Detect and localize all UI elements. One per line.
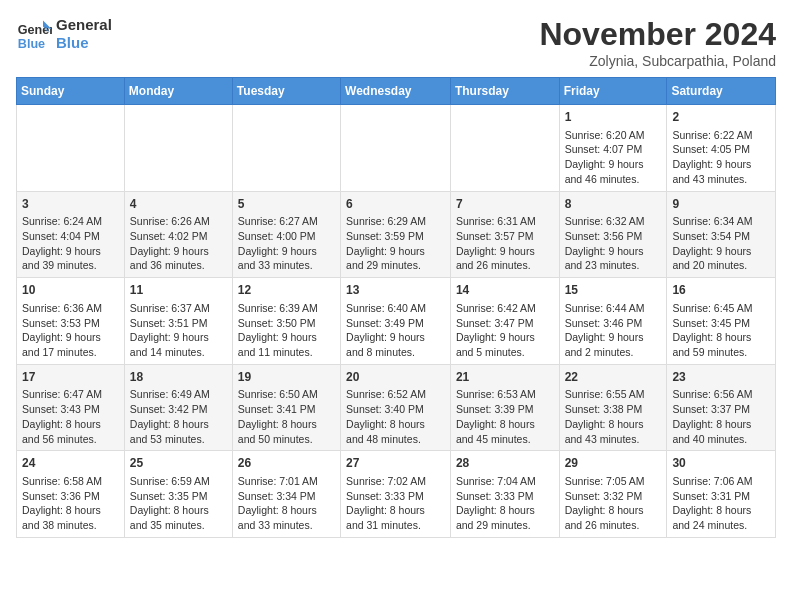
calendar-cell xyxy=(450,105,559,192)
calendar-header-row: SundayMondayTuesdayWednesdayThursdayFrid… xyxy=(17,78,776,105)
day-info: Sunrise: 7:05 AM Sunset: 3:32 PM Dayligh… xyxy=(565,474,662,533)
day-number: 8 xyxy=(565,196,662,213)
day-info: Sunrise: 6:52 AM Sunset: 3:40 PM Dayligh… xyxy=(346,387,445,446)
calendar-cell: 29Sunrise: 7:05 AM Sunset: 3:32 PM Dayli… xyxy=(559,451,667,538)
day-info: Sunrise: 7:02 AM Sunset: 3:33 PM Dayligh… xyxy=(346,474,445,533)
day-number: 16 xyxy=(672,282,770,299)
day-info: Sunrise: 7:01 AM Sunset: 3:34 PM Dayligh… xyxy=(238,474,335,533)
calendar-week-4: 17Sunrise: 6:47 AM Sunset: 3:43 PM Dayli… xyxy=(17,364,776,451)
day-number: 28 xyxy=(456,455,554,472)
day-info: Sunrise: 6:22 AM Sunset: 4:05 PM Dayligh… xyxy=(672,128,770,187)
calendar-cell: 7Sunrise: 6:31 AM Sunset: 3:57 PM Daylig… xyxy=(450,191,559,278)
day-info: Sunrise: 6:36 AM Sunset: 3:53 PM Dayligh… xyxy=(22,301,119,360)
svg-text:Blue: Blue xyxy=(18,37,45,51)
day-info: Sunrise: 6:26 AM Sunset: 4:02 PM Dayligh… xyxy=(130,214,227,273)
day-number: 1 xyxy=(565,109,662,126)
month-title: November 2024 xyxy=(539,16,776,53)
day-info: Sunrise: 6:39 AM Sunset: 3:50 PM Dayligh… xyxy=(238,301,335,360)
day-number: 17 xyxy=(22,369,119,386)
day-info: Sunrise: 6:29 AM Sunset: 3:59 PM Dayligh… xyxy=(346,214,445,273)
day-number: 4 xyxy=(130,196,227,213)
header-monday: Monday xyxy=(124,78,232,105)
calendar-cell: 26Sunrise: 7:01 AM Sunset: 3:34 PM Dayli… xyxy=(232,451,340,538)
calendar-cell: 2Sunrise: 6:22 AM Sunset: 4:05 PM Daylig… xyxy=(667,105,776,192)
day-number: 20 xyxy=(346,369,445,386)
calendar-cell: 6Sunrise: 6:29 AM Sunset: 3:59 PM Daylig… xyxy=(341,191,451,278)
calendar-week-5: 24Sunrise: 6:58 AM Sunset: 3:36 PM Dayli… xyxy=(17,451,776,538)
day-number: 30 xyxy=(672,455,770,472)
logo-icon: General Blue xyxy=(16,16,52,52)
calendar-cell: 16Sunrise: 6:45 AM Sunset: 3:45 PM Dayli… xyxy=(667,278,776,365)
day-info: Sunrise: 6:53 AM Sunset: 3:39 PM Dayligh… xyxy=(456,387,554,446)
day-info: Sunrise: 6:31 AM Sunset: 3:57 PM Dayligh… xyxy=(456,214,554,273)
logo-general: General xyxy=(56,16,112,34)
calendar-cell: 4Sunrise: 6:26 AM Sunset: 4:02 PM Daylig… xyxy=(124,191,232,278)
day-info: Sunrise: 6:45 AM Sunset: 3:45 PM Dayligh… xyxy=(672,301,770,360)
day-number: 22 xyxy=(565,369,662,386)
logo-blue: Blue xyxy=(56,34,112,52)
day-number: 11 xyxy=(130,282,227,299)
day-info: Sunrise: 6:37 AM Sunset: 3:51 PM Dayligh… xyxy=(130,301,227,360)
day-number: 15 xyxy=(565,282,662,299)
calendar-cell: 10Sunrise: 6:36 AM Sunset: 3:53 PM Dayli… xyxy=(17,278,125,365)
day-number: 24 xyxy=(22,455,119,472)
calendar-cell: 8Sunrise: 6:32 AM Sunset: 3:56 PM Daylig… xyxy=(559,191,667,278)
day-number: 26 xyxy=(238,455,335,472)
day-number: 18 xyxy=(130,369,227,386)
day-number: 3 xyxy=(22,196,119,213)
day-info: Sunrise: 6:27 AM Sunset: 4:00 PM Dayligh… xyxy=(238,214,335,273)
calendar-week-3: 10Sunrise: 6:36 AM Sunset: 3:53 PM Dayli… xyxy=(17,278,776,365)
day-number: 25 xyxy=(130,455,227,472)
calendar-week-2: 3Sunrise: 6:24 AM Sunset: 4:04 PM Daylig… xyxy=(17,191,776,278)
day-number: 12 xyxy=(238,282,335,299)
day-number: 10 xyxy=(22,282,119,299)
calendar-cell: 13Sunrise: 6:40 AM Sunset: 3:49 PM Dayli… xyxy=(341,278,451,365)
day-number: 7 xyxy=(456,196,554,213)
calendar-cell: 22Sunrise: 6:55 AM Sunset: 3:38 PM Dayli… xyxy=(559,364,667,451)
header-saturday: Saturday xyxy=(667,78,776,105)
calendar-cell: 18Sunrise: 6:49 AM Sunset: 3:42 PM Dayli… xyxy=(124,364,232,451)
location: Zolynia, Subcarpathia, Poland xyxy=(539,53,776,69)
calendar-cell xyxy=(124,105,232,192)
calendar-cell: 14Sunrise: 6:42 AM Sunset: 3:47 PM Dayli… xyxy=(450,278,559,365)
day-info: Sunrise: 6:20 AM Sunset: 4:07 PM Dayligh… xyxy=(565,128,662,187)
day-number: 6 xyxy=(346,196,445,213)
calendar-cell xyxy=(17,105,125,192)
day-info: Sunrise: 6:58 AM Sunset: 3:36 PM Dayligh… xyxy=(22,474,119,533)
calendar-cell: 17Sunrise: 6:47 AM Sunset: 3:43 PM Dayli… xyxy=(17,364,125,451)
calendar-cell xyxy=(232,105,340,192)
calendar-cell: 23Sunrise: 6:56 AM Sunset: 3:37 PM Dayli… xyxy=(667,364,776,451)
calendar-cell: 20Sunrise: 6:52 AM Sunset: 3:40 PM Dayli… xyxy=(341,364,451,451)
day-info: Sunrise: 6:44 AM Sunset: 3:46 PM Dayligh… xyxy=(565,301,662,360)
calendar-cell: 30Sunrise: 7:06 AM Sunset: 3:31 PM Dayli… xyxy=(667,451,776,538)
day-info: Sunrise: 7:04 AM Sunset: 3:33 PM Dayligh… xyxy=(456,474,554,533)
calendar-cell: 19Sunrise: 6:50 AM Sunset: 3:41 PM Dayli… xyxy=(232,364,340,451)
header-tuesday: Tuesday xyxy=(232,78,340,105)
calendar-cell: 21Sunrise: 6:53 AM Sunset: 3:39 PM Dayli… xyxy=(450,364,559,451)
page-header: General Blue General Blue November 2024 … xyxy=(16,16,776,69)
day-info: Sunrise: 6:42 AM Sunset: 3:47 PM Dayligh… xyxy=(456,301,554,360)
day-number: 27 xyxy=(346,455,445,472)
day-info: Sunrise: 6:50 AM Sunset: 3:41 PM Dayligh… xyxy=(238,387,335,446)
header-wednesday: Wednesday xyxy=(341,78,451,105)
day-info: Sunrise: 6:56 AM Sunset: 3:37 PM Dayligh… xyxy=(672,387,770,446)
day-number: 23 xyxy=(672,369,770,386)
calendar-cell: 1Sunrise: 6:20 AM Sunset: 4:07 PM Daylig… xyxy=(559,105,667,192)
day-number: 9 xyxy=(672,196,770,213)
calendar-cell: 24Sunrise: 6:58 AM Sunset: 3:36 PM Dayli… xyxy=(17,451,125,538)
calendar-cell: 15Sunrise: 6:44 AM Sunset: 3:46 PM Dayli… xyxy=(559,278,667,365)
day-info: Sunrise: 6:47 AM Sunset: 3:43 PM Dayligh… xyxy=(22,387,119,446)
calendar-cell: 11Sunrise: 6:37 AM Sunset: 3:51 PM Dayli… xyxy=(124,278,232,365)
calendar-cell: 3Sunrise: 6:24 AM Sunset: 4:04 PM Daylig… xyxy=(17,191,125,278)
header-sunday: Sunday xyxy=(17,78,125,105)
day-number: 19 xyxy=(238,369,335,386)
calendar-cell: 27Sunrise: 7:02 AM Sunset: 3:33 PM Dayli… xyxy=(341,451,451,538)
day-number: 21 xyxy=(456,369,554,386)
logo: General Blue General Blue xyxy=(16,16,112,52)
calendar-week-1: 1Sunrise: 6:20 AM Sunset: 4:07 PM Daylig… xyxy=(17,105,776,192)
day-info: Sunrise: 6:24 AM Sunset: 4:04 PM Dayligh… xyxy=(22,214,119,273)
day-info: Sunrise: 6:49 AM Sunset: 3:42 PM Dayligh… xyxy=(130,387,227,446)
day-info: Sunrise: 6:32 AM Sunset: 3:56 PM Dayligh… xyxy=(565,214,662,273)
day-info: Sunrise: 6:40 AM Sunset: 3:49 PM Dayligh… xyxy=(346,301,445,360)
day-info: Sunrise: 6:59 AM Sunset: 3:35 PM Dayligh… xyxy=(130,474,227,533)
